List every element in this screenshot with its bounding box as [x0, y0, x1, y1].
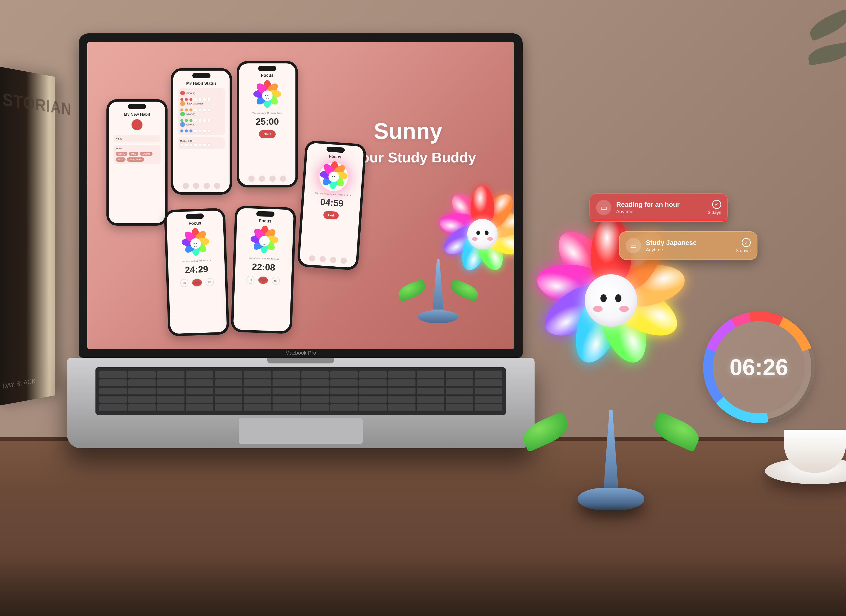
floating-timer[interactable]: 06:26: [706, 315, 811, 420]
habit-card-japanese[interactable]: ▭ Study Japanese Anytime ✓ 3 days!: [619, 231, 758, 260]
timer-value: 22:08: [252, 262, 275, 273]
lamp-stem: [603, 410, 619, 496]
next-button[interactable]: ⏭: [272, 276, 280, 285]
card-streak: 3 days!: [736, 248, 751, 253]
timer-value: 24:29: [185, 264, 208, 275]
chip-option[interactable]: Weekly: [116, 152, 127, 156]
card-subtitle: Anytime: [646, 247, 736, 252]
sunny-lamp: [532, 224, 690, 510]
lamp-face: [585, 274, 637, 327]
chip-option[interactable]: Every 2 days: [127, 157, 144, 162]
book-title: STORIAN: [2, 89, 47, 116]
book-prop: STORIAN DAY BLACK: [0, 66, 55, 406]
next-button[interactable]: ⏭: [206, 278, 214, 286]
lamp-base: [578, 488, 644, 510]
habit-row[interactable]: Cooking: [180, 122, 223, 127]
habit-card-reading[interactable]: ▭ Reading for an hour Anytime ✓ 3 days: [590, 193, 728, 222]
mockup-focus-running-b: Focus You selected a 25-minute focus 22:…: [231, 205, 296, 334]
chip-option[interactable]: Daily: [129, 152, 138, 156]
book-icon: ▭: [626, 238, 641, 253]
mockup-focus-running-a: Focus You selected a 25-minute focus 24:…: [164, 208, 230, 336]
prev-button[interactable]: ⏮: [246, 276, 255, 284]
timer-value: 04:59: [320, 197, 344, 209]
end-button[interactable]: End: [192, 278, 202, 287]
book-icon: ▭: [596, 200, 611, 215]
card-title: Study Japanese: [646, 239, 736, 246]
habit-row[interactable]: Study Japanese: [180, 101, 223, 106]
hero-title: Sunny: [374, 118, 442, 144]
hero-subtitle: Your Study Buddy: [352, 149, 476, 166]
laptop: Sunny Your Study Buddy My New Habit Name…: [67, 34, 534, 491]
screen-title: My New Habit: [124, 112, 150, 117]
well-being-section: Well-Being: [178, 137, 225, 149]
timer-value: 25:00: [256, 117, 279, 127]
laptop-base: [67, 358, 534, 448]
check-icon[interactable]: ✓: [712, 200, 721, 209]
book-author: DAY BLACK: [2, 377, 35, 390]
mockup-focus-milestone: Focus Fantastic! 🌟 20-minute milestone d…: [297, 140, 366, 271]
end-button[interactable]: End: [258, 276, 268, 285]
habit-name-field[interactable]: Name: [113, 135, 160, 142]
card-title: Reading for an hour: [616, 201, 708, 208]
prev-button[interactable]: ⏮: [180, 279, 188, 287]
check-icon[interactable]: ✓: [742, 238, 751, 247]
plant-decor: [793, 17, 846, 103]
habit-when-field[interactable]: When WeeklyDailyAnytimeOnceEvery 2 days: [113, 145, 160, 164]
mockup-habit-status: My Habit Status DrawingStudy JapaneseRea…: [171, 68, 232, 195]
coffee-cup: [765, 424, 846, 484]
timer-progress-ring: [703, 311, 815, 423]
chip-option[interactable]: Anytime: [140, 152, 153, 156]
laptop-screen: Sunny Your Study Buddy My New Habit Name…: [87, 42, 514, 349]
mockup-focus-ready: Focus You selected a 25-minute focus 25:…: [237, 61, 298, 188]
laptop-logo: Macbook Pro: [79, 350, 522, 356]
habit-row[interactable]: Drawing: [180, 91, 223, 95]
start-button[interactable]: Start: [259, 130, 276, 138]
habit-icon-picker[interactable]: [131, 119, 143, 130]
habit-row[interactable]: Reading: [180, 111, 223, 116]
trackpad[interactable]: [238, 418, 363, 444]
keyboard[interactable]: [96, 367, 506, 415]
card-subtitle: Anytime: [616, 209, 708, 214]
chip-option[interactable]: Once: [116, 157, 126, 162]
habit-list: DrawingStudy JapaneseReadingCooking: [178, 88, 225, 135]
flower-illustration: [393, 190, 484, 323]
screen-title: My Habit Status: [186, 81, 217, 86]
card-streak: 3 days: [708, 210, 721, 215]
mockup-new-habit: My New Habit Name When WeeklyDailyAnytim…: [106, 99, 168, 226]
end-button[interactable]: End: [323, 211, 339, 220]
